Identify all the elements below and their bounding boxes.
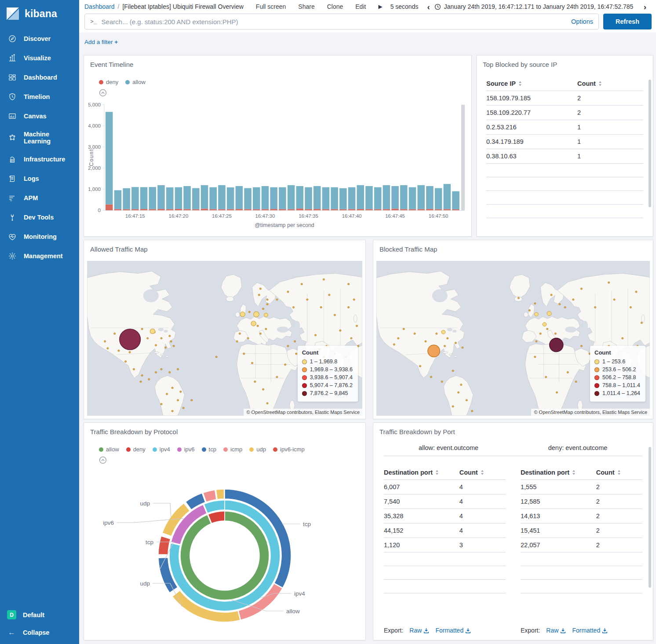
table-row[interactable]: 158.109.79.1852 (486, 91, 643, 106)
traffic-dot (630, 306, 631, 308)
deny-port-table: Destination portCount1,555212,585214,613… (521, 465, 642, 593)
sunburst-segment-udp[interactable] (216, 489, 224, 499)
column-header[interactable]: Count (577, 76, 643, 91)
menu-item-share[interactable]: Share (292, 3, 321, 10)
legend-dot (99, 80, 103, 84)
table-row[interactable]: 14,6132 (521, 509, 642, 523)
sidebar-item-dashboard[interactable]: Dashboard (0, 68, 79, 87)
column-header[interactable]: Count (596, 465, 642, 480)
time-next-icon[interactable]: › (639, 3, 651, 11)
export-formatted-link[interactable]: Formatted (435, 627, 471, 634)
kibana-logo[interactable]: kibana (0, 0, 79, 29)
table-row[interactable]: 1,1203 (384, 538, 506, 553)
breadcrumb-dashboard[interactable]: Dashboard (84, 3, 115, 10)
table-cell: 6,007 (384, 480, 459, 494)
export-raw-link[interactable]: Raw (409, 627, 429, 634)
legend-item-ipv4[interactable]: ipv4 (153, 446, 170, 453)
sort-icon[interactable] (481, 469, 484, 476)
sidebar-item-machine-learning[interactable]: Machine Learning (0, 126, 79, 150)
legend-item-ipv6[interactable]: ipv6 (177, 446, 195, 453)
search-input[interactable] (102, 18, 567, 26)
sort-icon[interactable] (518, 80, 522, 88)
traffic-dot (287, 291, 289, 293)
table-row[interactable]: 22,0572 (521, 538, 642, 553)
menu-item-edit[interactable]: Edit (349, 3, 372, 10)
refresh-interval[interactable]: 5 seconds (386, 3, 423, 10)
legend-item-udp[interactable]: udp (249, 446, 266, 453)
scrollbar[interactable] (649, 447, 651, 588)
sidebar-item-canvas[interactable]: Canvas (0, 106, 79, 126)
table-row[interactable]: 6,0074 (384, 480, 506, 494)
legend-item-allow[interactable]: allow (99, 446, 119, 453)
traffic-dot (148, 378, 150, 380)
sidebar-item-dev-tools[interactable]: Dev Tools (0, 208, 79, 227)
table-row[interactable]: 1,5552 (521, 480, 642, 494)
blocked-traffic-map[interactable]: Count 1 – 253.6253.6 – 506.2506.2 – 758.… (376, 261, 650, 416)
collapse-button[interactable]: ← Collapse (0, 624, 79, 641)
current-time-marker (461, 105, 465, 210)
space-switcher-default[interactable]: D Default (0, 606, 79, 624)
add-filter-link[interactable]: Add a filter + (84, 39, 118, 45)
menu-item-full-screen[interactable]: Full screen (250, 3, 292, 10)
table-row[interactable]: 7,5404 (384, 494, 506, 509)
sidebar-item-monitoring[interactable]: Monitoring (0, 227, 79, 246)
panel-port-breakdown: Traffic Breakdown by Port allow: event.o… (373, 422, 653, 640)
column-header[interactable]: Count (459, 465, 506, 480)
legend-item-ipv6-icmp[interactable]: ipv6-icmp (273, 446, 305, 453)
column-header[interactable]: Destination port (384, 465, 459, 480)
sidebar-item-management[interactable]: Management (0, 246, 79, 266)
legend-item-icmp[interactable]: icmp (223, 446, 242, 453)
legend-item-deny[interactable]: deny (126, 446, 146, 453)
traffic-dot (169, 335, 171, 337)
table-row[interactable]: 158.109.220.772 (486, 106, 643, 120)
time-range-picker[interactable]: January 24th 2019, 16:47:12.171 to Janua… (434, 3, 633, 10)
table-cell: 15,451 (521, 523, 596, 538)
traffic-dot (536, 340, 537, 342)
allowed-traffic-map[interactable]: Count 1 – 1,969.81,969.8 – 3,938.63,938.… (87, 261, 362, 416)
sunburst-segment-icmp[interactable] (203, 490, 216, 502)
protocol-sunburst-chart[interactable]: udpipv6tcpudptcpipv4allow (84, 467, 366, 641)
sort-icon[interactable] (598, 80, 602, 88)
legend-collapse-icon[interactable] (99, 456, 107, 466)
export-raw-link[interactable]: Raw (546, 627, 566, 634)
column-header[interactable]: Destination port (521, 465, 596, 480)
traffic-dot (239, 333, 241, 334)
sunburst-segment-allow[interactable] (180, 511, 269, 600)
refresh-button[interactable]: Refresh (603, 14, 652, 29)
legend-item-deny[interactable]: deny (99, 79, 118, 85)
sidebar-item-timelion[interactable]: Timelion (0, 87, 79, 106)
sidebar-item-infrastructure[interactable]: Infrastructure (0, 150, 79, 169)
sunburst-callout-label: udp (140, 500, 150, 507)
sidebar-item-logs[interactable]: Logs (0, 169, 79, 188)
event-timeline-chart[interactable]: 01,0002,0003,0004,0005,00016:47:1516:47:… (87, 101, 469, 236)
sidebar-item-visualize[interactable]: Visualize (0, 48, 79, 68)
traffic-dot (455, 342, 456, 344)
time-prev-icon[interactable]: ‹ (423, 3, 434, 11)
traffic-dot (140, 381, 142, 382)
play-icon[interactable]: ▶ (372, 4, 386, 10)
table-row[interactable]: 12,5852 (521, 494, 642, 509)
menu-item-clone[interactable]: Clone (321, 3, 350, 10)
sort-icon[interactable] (435, 469, 439, 476)
options-link[interactable]: Options (567, 18, 593, 25)
table-row[interactable]: 0.38.10.631 (486, 149, 643, 164)
table-row[interactable]: 15,4512 (521, 523, 642, 538)
empty-row (486, 191, 643, 205)
sort-icon[interactable] (572, 469, 576, 476)
sidebar-item-discover[interactable]: Discover (0, 29, 79, 48)
export-formatted-link[interactable]: Formatted (572, 627, 608, 634)
legend-item-tcp[interactable]: tcp (202, 446, 216, 453)
column-header[interactable]: Source IP (486, 76, 577, 91)
legend-item-allow[interactable]: allow (125, 79, 146, 85)
legend-collapse-icon[interactable] (99, 89, 107, 99)
table-row[interactable]: 35,3284 (384, 509, 506, 523)
traffic-dot (107, 348, 109, 349)
traffic-bubble (120, 329, 141, 350)
scrollbar[interactable] (649, 80, 651, 207)
sidebar-item-apm[interactable]: APM (0, 188, 79, 208)
table-row[interactable]: 0.2.53.2161 (486, 120, 643, 135)
sort-icon[interactable] (617, 469, 621, 476)
traffic-dot (353, 299, 355, 300)
table-row[interactable]: 44,1524 (384, 523, 506, 538)
table-row[interactable]: 0.34.179.1891 (486, 135, 643, 149)
